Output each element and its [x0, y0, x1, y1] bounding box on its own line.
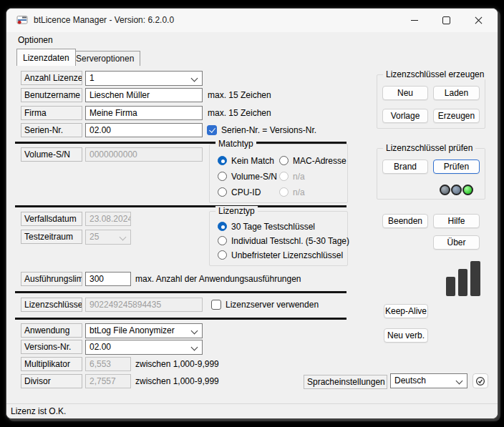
spracheinstellungen-label: Spracheinstellungen [304, 375, 387, 389]
check-circle-icon [475, 376, 485, 386]
signal-bars-icon [446, 277, 455, 296]
chevron-down-icon [191, 344, 198, 351]
window-title: btLicence Manager - Version: 6.2.0.0 [34, 15, 174, 25]
divisor-input: 2,7557 [85, 374, 131, 388]
tab-lizenzdaten[interactable]: Lizenzdaten [16, 49, 76, 66]
tab-lizenzdaten-label: Lizenzdaten [23, 53, 69, 63]
keep-alive-button[interactable]: Keep-Alive [384, 304, 428, 318]
neu-verb-button[interactable]: Neu verb. [384, 328, 428, 343]
beenden-button[interactable]: Beenden [382, 214, 428, 228]
radio-disabled-icon [279, 187, 289, 197]
brand-button[interactable]: Brand [382, 159, 428, 174]
radio-icon [218, 187, 227, 197]
verfallsdatum-label: Verfallsdatum [21, 212, 82, 226]
status-led-gray-2 [451, 185, 462, 195]
separator [15, 318, 346, 320]
maximize-button[interactable] [430, 9, 462, 32]
benutzername-input[interactable]: Lieschen Müller [85, 88, 203, 102]
close-icon [475, 16, 483, 24]
vorlage-button[interactable]: Vorlage [382, 109, 428, 123]
chevron-down-icon [120, 234, 127, 241]
testzeitraum-select: 25 [85, 230, 131, 245]
versions-nr-select[interactable]: 02.00 [85, 340, 203, 355]
maximize-icon [442, 16, 450, 24]
lizenztyp-group-title: Lizenztyp [215, 206, 258, 216]
ausfuehrungslimit-label: Ausführungslimit [21, 272, 82, 286]
radio-kein-match-label: Kein Match [231, 156, 274, 166]
close-button[interactable] [462, 9, 495, 32]
benutzername-label: Benutzername [21, 88, 82, 102]
tab-serveroptionen[interactable]: Serveroptionen [69, 51, 140, 66]
tab-serveroptionen-label: Serveroptionen [76, 54, 134, 64]
serien-nr-input[interactable]: 02.00 [85, 123, 203, 137]
verfallsdatum-input: 23.08.2024 [85, 212, 131, 226]
radio-icon [279, 156, 289, 165]
app-window: btLicence Manager - Version: 6.2.0.0 Opt… [6, 8, 498, 419]
radio-kein-match[interactable]: Kein Match [218, 155, 274, 166]
erzeugen-button[interactable]: Erzeugen [433, 109, 480, 123]
chevron-down-icon [191, 328, 198, 335]
lizenzschluessel-label: Lizenzschlüssel [21, 298, 82, 312]
radio-selected-icon [218, 222, 227, 231]
radio-volume-sn[interactable]: Volume-S/N [218, 171, 277, 182]
anwendung-value: btLog File Anonymizer [89, 325, 175, 335]
hilfe-button[interactable]: Hilfe [433, 214, 480, 228]
neu-button[interactable]: Neu [382, 86, 428, 100]
ausfuehrungslimit-input[interactable]: 300 [85, 272, 131, 286]
menu-item-optionen[interactable]: Optionen [18, 35, 53, 45]
versions-nr-label: Versions-Nr. [21, 340, 82, 354]
sprache-value: Deutsch [394, 376, 426, 386]
radio-icon [218, 172, 227, 181]
erzeugen-group-title: Lizenzschlüssel erzeugen [383, 69, 487, 79]
pruefen-group-title: Lizenzschlüssel prüfen [383, 143, 475, 153]
radio-icon [218, 236, 227, 245]
minimize-button[interactable] [398, 9, 430, 32]
volume-sn-input: 0000000000 [85, 147, 203, 162]
anzahl-lizenzen-label: Anzahl Lizenzen [21, 71, 82, 85]
multiplikator-label: Multiplikator [21, 357, 82, 371]
chevron-down-icon [191, 75, 198, 82]
signal-bars-icon [458, 269, 467, 296]
serien-versions-checkbox-label: Serien-Nr. = Versions-Nr. [221, 125, 316, 135]
radio-icon [218, 250, 227, 260]
firma-label: Firma [21, 106, 82, 120]
testzeitraum-label: Testzeitraum [21, 230, 82, 244]
anwendung-select[interactable]: btLog File Anonymizer [85, 323, 203, 338]
lizenzserver-checkbox[interactable]: Lizenzserver verwenden [211, 299, 319, 310]
firma-hint: max. 15 Zeichen [208, 108, 271, 118]
divisor-hint: zwischen 1,000-9,999 [135, 376, 219, 386]
checkbox-checked-icon [207, 125, 217, 135]
divisor-label: Divisor [21, 374, 82, 388]
sprache-select[interactable]: Deutsch [390, 373, 467, 388]
checkbox-icon [211, 300, 221, 310]
radio-disabled-icon [279, 172, 289, 181]
ueber-button[interactable]: Über [433, 235, 480, 250]
radio-unbefristet-label: Unbefristeter Lizenzschlüssel [231, 250, 343, 260]
radio-volume-sn-label: Volume-S/N [231, 172, 277, 182]
radio-unbefristet[interactable]: Unbefristeter Lizenzschlüssel [218, 250, 343, 260]
title-bar: btLicence Manager - Version: 6.2.0.0 [6, 9, 498, 32]
signal-bars-icon [470, 261, 480, 296]
versions-nr-value: 02.00 [89, 342, 111, 352]
radio-mac-adresse[interactable]: MAC-Adresse [279, 155, 346, 166]
laden-button[interactable]: Laden [433, 86, 480, 100]
serien-versions-checkbox[interactable]: Serien-Nr. = Versions-Nr. [207, 124, 316, 135]
separator [15, 291, 346, 293]
radio-cpu-id[interactable]: CPU-ID [218, 187, 261, 197]
radio-na-2: n/a [279, 187, 305, 197]
radio-na-2-label: n/a [293, 187, 305, 197]
status-led-gray-1 [440, 185, 450, 195]
radio-30-tage[interactable]: 30 Tage Testschlüssel [218, 221, 315, 232]
multiplikator-input: 6,553 [85, 357, 131, 371]
apply-language-button[interactable] [472, 373, 488, 388]
pruefen-button[interactable]: Prüfen [433, 159, 480, 174]
status-bar: Lizenz ist O.K. [6, 403, 498, 418]
radio-individual[interactable]: Individual Testschl. (5-30 Tage) [218, 235, 349, 246]
volume-sn-label: Volume-S/N [21, 147, 82, 162]
firma-input[interactable]: Meine Firma [85, 106, 203, 120]
lizenzserver-checkbox-label: Lizenzserver verwenden [226, 300, 319, 310]
anzahl-lizenzen-select[interactable]: 1 [85, 71, 203, 86]
separator [15, 205, 346, 207]
benutzername-hint: max. 15 Zeichen [208, 90, 271, 100]
radio-cpu-id-label: CPU-ID [231, 187, 261, 197]
